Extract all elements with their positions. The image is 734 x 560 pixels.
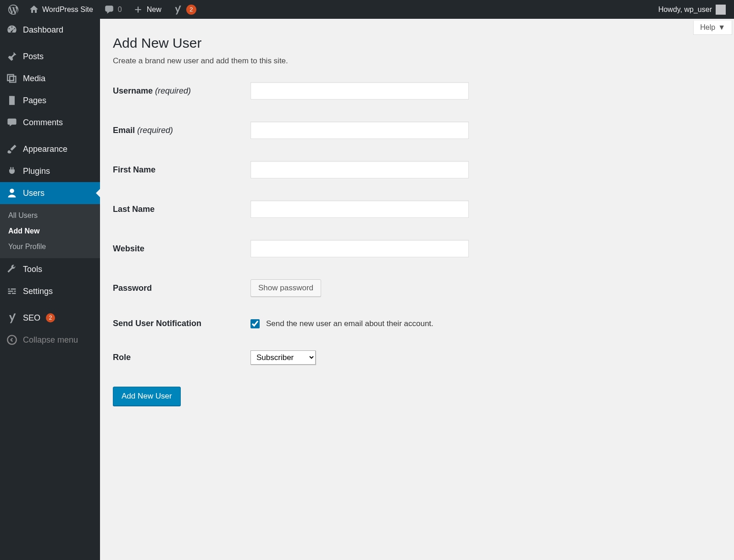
pages-icon	[6, 95, 17, 106]
plug-icon	[6, 166, 17, 177]
sidebar-item-label: Posts	[23, 52, 44, 61]
sidebar-item-label: Users	[23, 189, 44, 198]
sidebar-item-label: Media	[23, 74, 45, 83]
sidebar-item-settings[interactable]: Settings	[0, 280, 100, 302]
sidebar-item-label: Appearance	[23, 144, 67, 154]
sidebar-collapse[interactable]: Collapse menu	[0, 329, 100, 351]
comments-icon	[6, 117, 17, 128]
brush-icon	[6, 144, 17, 155]
seo-count: 2	[46, 313, 55, 322]
admin-sidebar: Dashboard Posts Media Pages Comments App…	[0, 19, 100, 560]
notification-text: Send the new user an email about their a…	[266, 319, 434, 328]
username-label: Username (required)	[113, 86, 250, 96]
site-name: WordPress Site	[42, 6, 93, 14]
sidebar-item-label: Settings	[23, 287, 53, 296]
yoast-link[interactable]: 2	[167, 0, 202, 19]
lastname-input[interactable]	[250, 200, 469, 218]
notification-checkbox[interactable]	[250, 319, 260, 328]
sliders-icon	[6, 286, 17, 297]
site-link[interactable]: WordPress Site	[24, 0, 99, 19]
user-icon	[6, 188, 17, 199]
firstname-input[interactable]	[250, 161, 469, 178]
sidebar-item-label: Pages	[23, 96, 46, 105]
sidebar-item-appearance[interactable]: Appearance	[0, 138, 100, 160]
sidebar-item-pages[interactable]: Pages	[0, 89, 100, 111]
chevron-down-icon: ▼	[718, 23, 725, 32]
avatar	[716, 5, 726, 15]
sidebar-item-users[interactable]: Users	[0, 182, 100, 204]
svg-point-0	[13, 79, 15, 81]
main-content: Help ▼ Add New User Create a brand new u…	[100, 19, 734, 560]
plus-icon	[133, 5, 143, 15]
svg-point-2	[7, 335, 16, 344]
role-label: Role	[113, 353, 250, 362]
wordpress-icon	[8, 5, 18, 15]
howdy-text: Howdy, wp_user	[658, 6, 712, 14]
sidebar-item-tools[interactable]: Tools	[0, 258, 100, 280]
email-label: Email (required)	[113, 126, 250, 135]
yoast-icon	[6, 312, 17, 323]
comments-count: 0	[118, 6, 122, 14]
account-link[interactable]: Howdy, wp_user	[653, 0, 731, 19]
sidebar-item-plugins[interactable]: Plugins	[0, 160, 100, 182]
sidebar-item-label: Comments	[23, 118, 63, 128]
new-link[interactable]: New	[128, 0, 167, 19]
admin-bar: WordPress Site 0 New 2 Howdy, wp_user	[0, 0, 734, 19]
home-icon	[29, 5, 39, 14]
submit-button[interactable]: Add New User	[113, 387, 181, 406]
password-label: Password	[113, 283, 250, 293]
show-password-button[interactable]: Show password	[250, 279, 321, 297]
sidebar-item-comments[interactable]: Comments	[0, 111, 100, 133]
yoast-count: 2	[186, 5, 196, 15]
sidebar-item-seo[interactable]: SEO 2	[0, 307, 100, 329]
yoast-icon	[172, 5, 183, 15]
sidebar-item-media[interactable]: Media	[0, 67, 100, 89]
dashboard-icon	[6, 24, 17, 35]
submenu-add-new[interactable]: Add New	[0, 223, 100, 239]
wp-logo[interactable]	[3, 0, 24, 19]
submenu-all-users[interactable]: All Users	[0, 208, 100, 223]
new-label: New	[147, 6, 161, 14]
role-select[interactable]: Subscriber	[250, 350, 316, 365]
media-icon	[6, 73, 17, 84]
sidebar-item-posts[interactable]: Posts	[0, 45, 100, 67]
page-title: Add New User	[113, 35, 721, 51]
comment-icon	[104, 5, 114, 15]
svg-rect-1	[9, 96, 15, 105]
users-submenu: All Users Add New Your Profile	[0, 204, 100, 258]
wrench-icon	[6, 264, 17, 275]
pin-icon	[6, 51, 17, 62]
sidebar-item-label: Tools	[23, 265, 42, 274]
lastname-label: Last Name	[113, 205, 250, 214]
email-input[interactable]	[250, 122, 469, 139]
page-description: Create a brand new user and add them to …	[113, 56, 721, 66]
sidebar-item-label: Plugins	[23, 166, 50, 176]
website-input[interactable]	[250, 240, 469, 257]
sidebar-item-dashboard[interactable]: Dashboard	[0, 19, 100, 41]
help-tab[interactable]: Help ▼	[693, 21, 732, 35]
submenu-your-profile[interactable]: Your Profile	[0, 239, 100, 255]
firstname-label: First Name	[113, 165, 250, 175]
notification-label: Send User Notification	[113, 319, 250, 328]
collapse-icon	[6, 334, 17, 345]
website-label: Website	[113, 244, 250, 254]
sidebar-item-label: Collapse menu	[23, 335, 78, 345]
sidebar-item-label: Dashboard	[23, 25, 63, 35]
sidebar-item-label: SEO	[23, 313, 40, 323]
comments-link[interactable]: 0	[99, 0, 128, 19]
username-input[interactable]	[250, 82, 469, 100]
